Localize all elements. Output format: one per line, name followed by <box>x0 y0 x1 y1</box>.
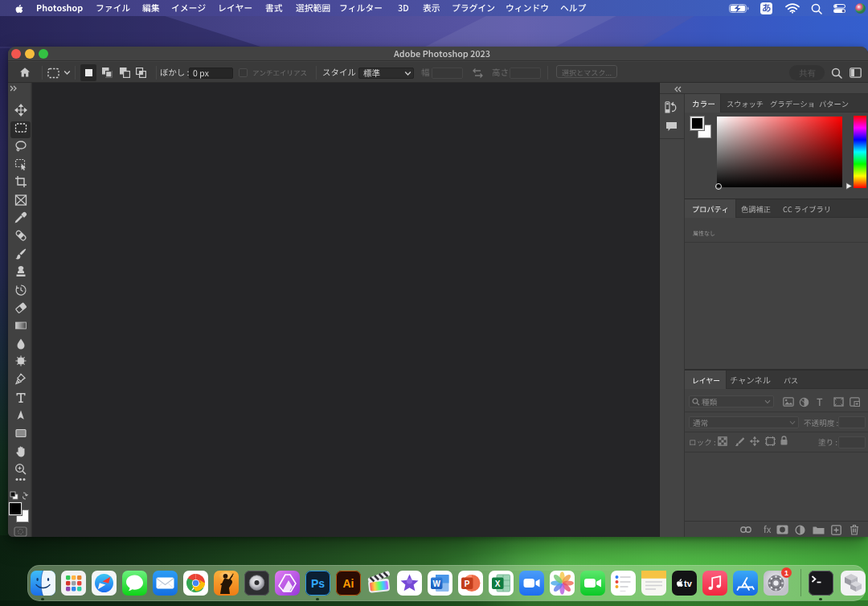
svg-text:P: P <box>464 579 469 588</box>
svg-text:X: X <box>494 579 500 588</box>
svg-text:W: W <box>432 579 440 588</box>
svg-text:Ai: Ai <box>342 577 354 590</box>
svg-text:Ps: Ps <box>310 577 324 590</box>
svg-text:tv: tv <box>684 578 693 588</box>
